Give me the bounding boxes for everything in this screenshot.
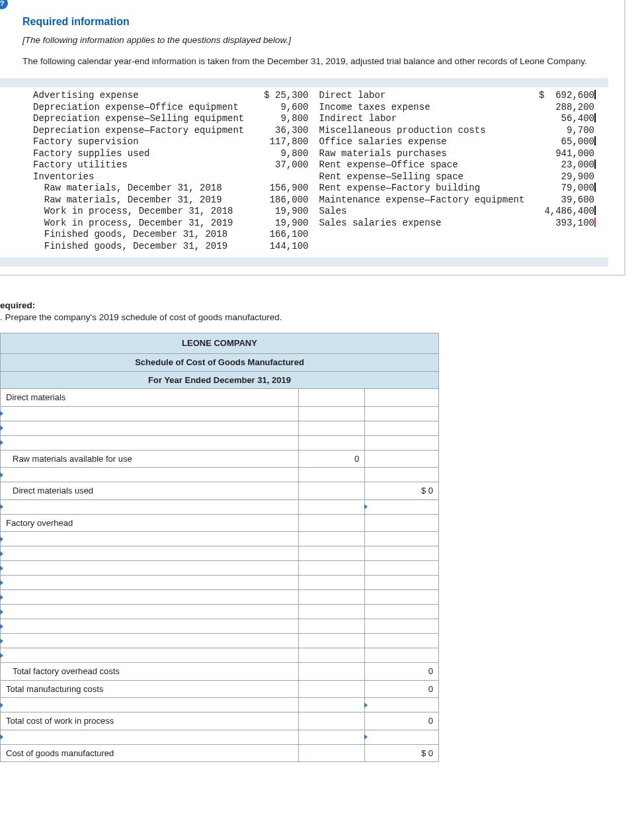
schedule-row <box>1 605 439 619</box>
schedule-amount-cell-b[interactable] <box>299 406 365 421</box>
step-badge: ? <box>0 0 8 9</box>
schedule-row <box>1 499 439 514</box>
trial-balance-row: Depreciation expense—Office equipment 9,… <box>33 102 608 114</box>
schedule-amount-cell-c[interactable]: 0 <box>365 663 439 681</box>
schedule-amount-cell-b[interactable] <box>299 576 365 590</box>
schedule-amount-cell-c[interactable] <box>365 514 439 532</box>
section-note: [The following information applies to th… <box>22 34 606 46</box>
schedule-row: Raw materials available for use0 <box>1 450 439 468</box>
trial-balance-data: Advertising expense $ 25,300Direct labor… <box>0 87 608 257</box>
schedule-amount-cell-c[interactable] <box>365 634 439 648</box>
schedule-amount-cell-b[interactable] <box>299 499 365 514</box>
schedule-amount-cell-b[interactable] <box>299 680 365 698</box>
section-intro: The following calendar year-end informat… <box>22 56 606 67</box>
schedule-amount-cell-c[interactable] <box>365 499 439 514</box>
schedule-amount-cell-c[interactable] <box>365 435 439 450</box>
schedule-row: Total factory overhead costs0 <box>1 663 439 681</box>
schedule-amount-cell-c[interactable] <box>365 421 439 435</box>
trial-balance-row: Finished goods, December 31, 2019 144,10… <box>33 241 608 253</box>
schedule-row <box>1 406 439 421</box>
schedule-dropdown-cell[interactable] <box>1 406 299 421</box>
schedule-amount-cell-c[interactable] <box>365 605 439 619</box>
trial-balance-row: Inventories Rent expense—Selling space 2… <box>33 171 608 183</box>
schedule-amount-cell-c[interactable]: $ 0 <box>365 482 439 500</box>
schedule-dropdown-cell[interactable] <box>1 698 299 712</box>
schedule-amount-cell-c[interactable] <box>365 406 439 421</box>
schedule-dropdown-cell[interactable] <box>1 468 299 482</box>
schedule-dropdown-cell[interactable] <box>1 730 299 744</box>
schedule-row <box>1 634 439 648</box>
schedule-amount-cell-b[interactable] <box>299 514 365 532</box>
schedule-amount-cell-b[interactable] <box>299 546 365 561</box>
section-title: Required information <box>22 15 606 29</box>
schedule-amount-cell-b[interactable] <box>299 421 365 435</box>
schedule-amount-cell-b[interactable]: 0 <box>299 450 365 468</box>
trial-balance-row: Advertising expense $ 25,300Direct labor… <box>33 90 608 102</box>
schedule-amount-cell-c[interactable] <box>365 389 439 407</box>
schedule-dropdown-cell[interactable] <box>1 590 299 605</box>
schedule-amount-cell-c[interactable] <box>365 561 439 576</box>
schedule-amount-cell-c[interactable]: $ 0 <box>365 744 439 762</box>
schedule-dropdown-cell[interactable] <box>1 532 299 546</box>
schedule-amount-cell-b[interactable] <box>299 561 365 576</box>
trial-balance-row: Raw materials, December 31, 2018 156,900… <box>33 183 608 194</box>
schedule-label-cell: Total factory overhead costs <box>1 663 299 681</box>
schedule-amount-cell-b[interactable] <box>299 730 365 744</box>
schedule-dropdown-cell[interactable] <box>1 634 299 648</box>
trial-balance-panel: Advertising expense $ 25,300Direct labor… <box>0 78 608 267</box>
schedule-amount-cell-c[interactable] <box>365 648 439 663</box>
schedule-amount-cell-c[interactable] <box>365 698 439 712</box>
schedule-amount-cell-c[interactable] <box>365 590 439 605</box>
schedule-row: Direct materials used$ 0 <box>1 482 439 500</box>
schedule-dropdown-cell[interactable] <box>1 499 299 514</box>
schedule-row <box>1 730 439 744</box>
schedule-label-cell: Cost of goods manufactured <box>1 744 299 762</box>
schedule-row <box>1 435 439 450</box>
schedule-amount-cell-c[interactable]: 0 <box>365 712 439 730</box>
trial-balance-row: Factory supplies used 9,800Raw materials… <box>33 148 608 160</box>
schedule-amount-cell-c[interactable] <box>365 730 439 744</box>
schedule-header-period: For Year Ended December 31, 2019 <box>1 371 439 389</box>
schedule-header-title: Schedule of Cost of Goods Manufactured <box>1 354 439 372</box>
schedule-amount-cell-b[interactable] <box>299 648 365 663</box>
schedule-amount-cell-c[interactable]: 0 <box>365 680 439 698</box>
schedule-amount-cell-b[interactable] <box>299 634 365 648</box>
schedule-label-cell: Direct materials <box>1 389 299 407</box>
schedule-row <box>1 546 439 561</box>
schedule-dropdown-cell[interactable] <box>1 561 299 576</box>
trial-balance-row: Work in process, December 31, 2018 19,90… <box>33 206 608 218</box>
trial-balance-row: Factory utilities 37,000Rent expense—Off… <box>33 159 608 171</box>
schedule-amount-cell-c[interactable] <box>365 532 439 546</box>
trial-balance-row: Factory supervision 117,800Office salari… <box>33 136 608 148</box>
schedule-label-cell: Direct materials used <box>1 482 299 500</box>
schedule-amount-cell-c[interactable] <box>365 546 439 561</box>
schedule-amount-cell-c[interactable] <box>365 619 439 634</box>
schedule-amount-cell-c[interactable] <box>365 450 439 468</box>
schedule-amount-cell-b[interactable] <box>299 744 365 762</box>
schedule-amount-cell-b[interactable] <box>299 532 365 546</box>
schedule-amount-cell-b[interactable] <box>299 619 365 634</box>
schedule-dropdown-cell[interactable] <box>1 619 299 634</box>
schedule-amount-cell-b[interactable] <box>299 605 365 619</box>
schedule-dropdown-cell[interactable] <box>1 546 299 561</box>
schedule-amount-cell-b[interactable] <box>299 590 365 605</box>
schedule-amount-cell-b[interactable] <box>299 435 365 450</box>
schedule-row: Total cost of work in process0 <box>1 712 439 730</box>
schedule-amount-cell-b[interactable] <box>299 663 365 681</box>
schedule-dropdown-cell[interactable] <box>1 421 299 435</box>
schedule-amount-cell-b[interactable] <box>299 712 365 730</box>
schedule-amount-cell-b[interactable] <box>299 698 365 712</box>
schedule-row: Total manufacturing costs0 <box>1 680 439 698</box>
schedule-dropdown-cell[interactable] <box>1 435 299 450</box>
schedule-amount-cell-c[interactable] <box>365 468 439 482</box>
schedule-amount-cell-c[interactable] <box>365 576 439 590</box>
schedule-row <box>1 648 439 663</box>
schedule-dropdown-cell[interactable] <box>1 576 299 590</box>
schedule-amount-cell-b[interactable] <box>299 389 365 407</box>
schedule-label-cell: Total manufacturing costs <box>1 680 299 698</box>
schedule-dropdown-cell[interactable] <box>1 605 299 619</box>
schedule-dropdown-cell[interactable] <box>1 648 299 663</box>
required-heading: equired: <box>0 300 35 310</box>
schedule-amount-cell-b[interactable] <box>299 468 365 482</box>
schedule-amount-cell-b[interactable] <box>299 482 365 500</box>
